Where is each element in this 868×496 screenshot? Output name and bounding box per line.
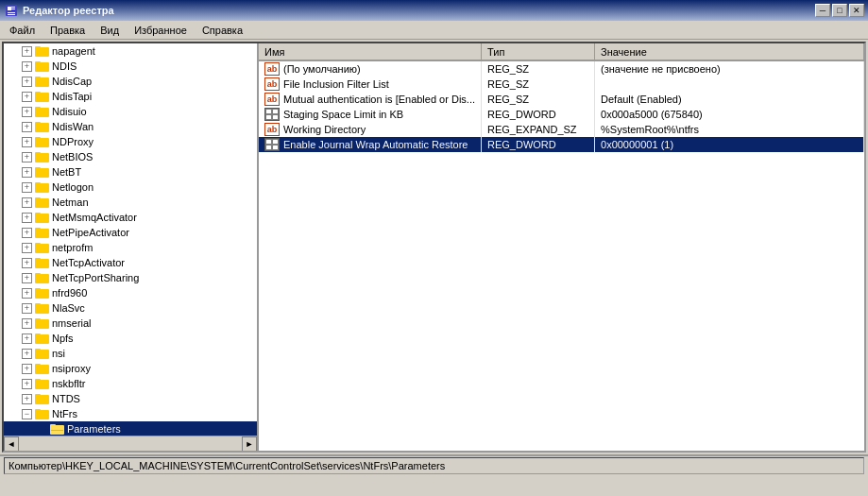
expand-icon[interactable]: + (22, 243, 32, 253)
tree-label: NdisCap (52, 76, 92, 87)
value-icon-ab: ab (264, 93, 280, 106)
menu-edit[interactable]: Правка (43, 23, 93, 38)
table-scroll[interactable]: Имя Тип Значение ab (По умолчанию) (259, 43, 864, 451)
scroll-left[interactable]: ◄ (4, 436, 19, 452)
table-row[interactable]: ab Working Directory REG_EXPAND_SZ %Syst… (259, 122, 864, 137)
tree-item[interactable]: + Npfs (4, 331, 257, 346)
tree-label: NetTcpActivator (52, 257, 125, 268)
tree-item[interactable]: + NetBIOS (4, 149, 257, 164)
expand-icon[interactable]: + (22, 77, 32, 87)
table-row[interactable]: ab Mutual authentication is [Enabled or … (259, 92, 864, 107)
tree-item[interactable]: + napagent (4, 43, 257, 59)
tree-item-ntfrs[interactable]: − NtFrs (4, 406, 257, 421)
tree-item[interactable]: + nsi (4, 346, 257, 361)
expand-icon[interactable]: + (22, 273, 32, 283)
folder-icon (35, 271, 50, 284)
svg-rect-30 (35, 213, 41, 215)
expand-icon[interactable]: + (22, 318, 32, 329)
tree-item[interactable]: + Netman (4, 195, 257, 210)
svg-rect-3 (11, 9, 15, 9)
row-type: REG_DWORD (482, 137, 595, 152)
expand-icon[interactable]: + (22, 213, 32, 223)
expand-icon[interactable]: + (22, 92, 32, 102)
menu-view[interactable]: Вид (93, 23, 127, 38)
col-header-value[interactable]: Значение (595, 43, 864, 60)
folder-icon (35, 226, 50, 239)
row-type: REG_SZ (482, 92, 595, 107)
tree-item[interactable]: + nsiproxy (4, 361, 257, 376)
row-name: (По умолчанию) (283, 63, 361, 75)
tree-label: NTDS (52, 393, 80, 404)
folder-icon (35, 196, 50, 209)
table-row[interactable]: ab File Inclusion Filter List REG_SZ (259, 77, 864, 92)
tree-label: netprofm (52, 242, 93, 253)
expand-icon[interactable]: + (22, 197, 32, 208)
svg-rect-4 (8, 12, 15, 13)
tree-item[interactable]: + NetPipeActivator (4, 225, 257, 240)
expand-icon[interactable]: + (22, 303, 32, 314)
tree-item[interactable]: + NdisWan (4, 119, 257, 134)
row-value: 0x000a5000 (675840) (595, 107, 864, 122)
expand-icon[interactable]: + (22, 152, 32, 162)
expand-icon[interactable]: + (22, 379, 32, 389)
folder-icon (35, 241, 50, 254)
svg-rect-67 (273, 115, 278, 119)
expand-icon[interactable]: + (22, 349, 32, 359)
expand-icon[interactable]: + (22, 61, 32, 72)
window-controls: ─ □ ✕ (815, 4, 864, 17)
svg-rect-18 (35, 122, 41, 125)
value-icon-bin (264, 108, 280, 121)
expand-icon[interactable]: + (22, 288, 32, 299)
tree-item[interactable]: + nmserial (4, 316, 257, 331)
tree-item[interactable]: + NetTcpPortSharing (4, 270, 257, 285)
maximize-button[interactable]: □ (832, 4, 847, 17)
expand-icon[interactable]: + (22, 258, 32, 268)
menu-file[interactable]: Файл (2, 23, 43, 38)
tree-item[interactable]: + NdisTapi (4, 89, 257, 104)
expand-icon[interactable]: + (22, 364, 32, 374)
close-button[interactable]: ✕ (849, 4, 864, 17)
expand-icon[interactable]: + (22, 137, 32, 147)
tree-item[interactable]: + NdisCap (4, 74, 257, 89)
scroll-right[interactable]: ► (242, 436, 257, 452)
expand-icon[interactable]: + (22, 167, 32, 178)
col-header-name[interactable]: Имя (259, 43, 482, 60)
menu-favorites[interactable]: Избранное (127, 23, 195, 38)
tree-item[interactable]: + NDProxy (4, 134, 257, 149)
tree-item[interactable]: + NTDS (4, 391, 257, 406)
expand-icon[interactable]: + (22, 394, 32, 404)
svg-rect-8 (35, 46, 41, 49)
table-row[interactable]: ab (По умолчанию) REG_SZ (значение не пр… (259, 60, 864, 77)
tree-item[interactable]: + NDIS (4, 59, 257, 74)
folder-icon (35, 90, 50, 103)
tree-item[interactable]: + NetMsmqActivator (4, 210, 257, 225)
tree-hscroll[interactable]: ◄ ► (4, 436, 257, 451)
expand-icon[interactable]: + (22, 122, 32, 132)
expand-icon[interactable]: + (22, 107, 32, 117)
menu-help[interactable]: Справка (195, 23, 250, 38)
expand-icon[interactable]: + (22, 182, 32, 193)
expand-icon[interactable]: + (22, 228, 32, 238)
tree-item[interactable]: + netprofm (4, 240, 257, 255)
row-name: File Inclusion Filter List (283, 78, 389, 90)
tree-item[interactable]: + NetTcpActivator (4, 255, 257, 270)
expand-icon[interactable]: + (22, 334, 32, 344)
svg-rect-69 (266, 145, 271, 149)
expand-icon[interactable]: + (22, 46, 32, 57)
expand-ntfrs-icon[interactable]: − (22, 409, 32, 419)
minimize-button[interactable]: ─ (815, 4, 830, 17)
tree-label: nsiproxy (52, 363, 91, 374)
svg-rect-54 (35, 394, 41, 397)
table-row[interactable]: Staging Space Limit in KB REG_DWORD 0x00… (259, 107, 864, 122)
svg-rect-2 (11, 7, 15, 8)
tree-scroll[interactable]: + napagent + NDIS + (4, 43, 257, 436)
col-header-type[interactable]: Тип (482, 43, 595, 60)
tree-item[interactable]: + Ndisuio (4, 104, 257, 119)
tree-item[interactable]: + Netlogon (4, 180, 257, 195)
tree-item[interactable]: + NetBT (4, 164, 257, 180)
tree-item[interactable]: + nfrd960 (4, 285, 257, 300)
tree-item[interactable]: + nskbfltr (4, 376, 257, 391)
tree-item-parameters[interactable]: Parameters (4, 421, 257, 436)
tree-item[interactable]: + NlaSvc (4, 300, 257, 316)
table-row-selected[interactable]: Enable Journal Wrap Automatic Restore RE… (259, 137, 864, 152)
